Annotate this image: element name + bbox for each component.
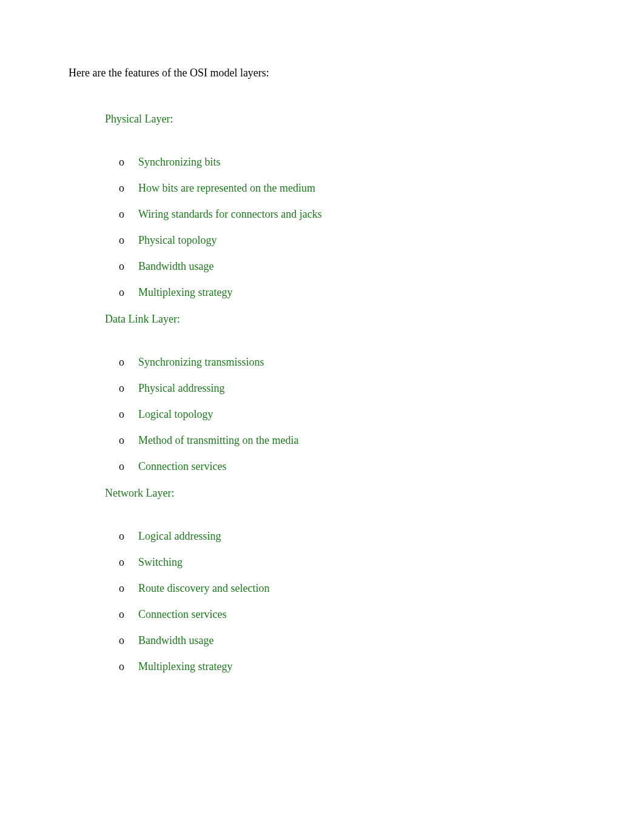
feature-item: o Multiplexing strategy	[119, 286, 644, 299]
feature-item: o Method of transmitting on the media	[119, 434, 644, 447]
feature-bullet: o	[119, 156, 125, 169]
layer-header: Network Layer:	[84, 487, 644, 500]
layer-item-datalink: Data Link Layer: o Synchronizing transmi…	[84, 313, 644, 473]
feature-bullet: o	[119, 208, 125, 221]
feature-item: o Connection services	[119, 460, 644, 473]
layer-title: Data Link Layer:	[105, 313, 180, 326]
layer-item-physical: Physical Layer: o Synchronizing bits o H…	[84, 113, 644, 299]
feature-text: Connection services	[138, 460, 226, 473]
feature-item: o Connection services	[119, 608, 644, 621]
feature-item: o Switching	[119, 556, 644, 569]
feature-text: Switching	[138, 556, 183, 569]
layer-item-network: Network Layer: o Logical addressing o Sw…	[84, 487, 644, 673]
feature-item: o Physical topology	[119, 234, 644, 247]
feature-text: Method of transmitting on the media	[138, 434, 298, 447]
feature-bullet: o	[119, 286, 125, 299]
intro-text: Here are the features of the OSI model l…	[69, 67, 644, 79]
feature-bullet: o	[119, 434, 125, 447]
feature-text: Physical addressing	[138, 382, 224, 395]
layer-list: Physical Layer: o Synchronizing bits o H…	[69, 113, 644, 673]
feature-text: Synchronizing transmissions	[138, 356, 264, 369]
feature-text: How bits are represented on the medium	[138, 182, 315, 195]
feature-bullet: o	[119, 382, 125, 395]
feature-bullet: o	[119, 530, 125, 543]
feature-item: o Physical addressing	[119, 382, 644, 395]
feature-bullet: o	[119, 608, 125, 621]
feature-text: Multiplexing strategy	[138, 660, 232, 673]
feature-text: Synchronizing bits	[138, 156, 221, 169]
feature-item: o Logical topology	[119, 408, 644, 421]
feature-text: Route discovery and selection	[138, 582, 269, 595]
feature-bullet: o	[119, 556, 125, 569]
feature-item: o Multiplexing strategy	[119, 660, 644, 673]
feature-bullet: o	[119, 582, 125, 595]
feature-bullet: o	[119, 634, 125, 647]
feature-text: Logical addressing	[138, 530, 221, 543]
feature-bullet: o	[119, 408, 125, 421]
feature-text: Logical topology	[138, 408, 213, 421]
feature-item: o Bandwidth usage	[119, 260, 644, 273]
feature-text: Physical topology	[138, 234, 217, 247]
feature-item: o Logical addressing	[119, 530, 644, 543]
feature-item: o How bits are represented on the medium	[119, 182, 644, 195]
feature-text: Connection services	[138, 608, 226, 621]
feature-bullet: o	[119, 660, 125, 673]
feature-item: o Route discovery and selection	[119, 582, 644, 595]
feature-item: o Wiring standards for connectors and ja…	[119, 208, 644, 221]
feature-bullet: o	[119, 260, 125, 273]
layer-header: Physical Layer:	[84, 113, 644, 126]
feature-bullet: o	[119, 182, 125, 195]
feature-bullet: o	[119, 460, 125, 473]
feature-bullet: o	[119, 234, 125, 247]
layer-title: Network Layer:	[105, 487, 174, 500]
layer-title: Physical Layer:	[105, 113, 173, 126]
feature-list: o Synchronizing transmissions o Physical…	[84, 356, 644, 473]
feature-text: Wiring standards for connectors and jack…	[138, 208, 322, 221]
feature-item: o Synchronizing transmissions	[119, 356, 644, 369]
layer-header: Data Link Layer:	[84, 313, 644, 326]
feature-text: Bandwidth usage	[138, 260, 213, 273]
feature-list: o Logical addressing o Switching o Route…	[84, 530, 644, 673]
feature-text: Bandwidth usage	[138, 634, 213, 647]
feature-item: o Synchronizing bits	[119, 156, 644, 169]
feature-list: o Synchronizing bits o How bits are repr…	[84, 156, 644, 299]
feature-bullet: o	[119, 356, 125, 369]
feature-item: o Bandwidth usage	[119, 634, 644, 647]
feature-text: Multiplexing strategy	[138, 286, 232, 299]
